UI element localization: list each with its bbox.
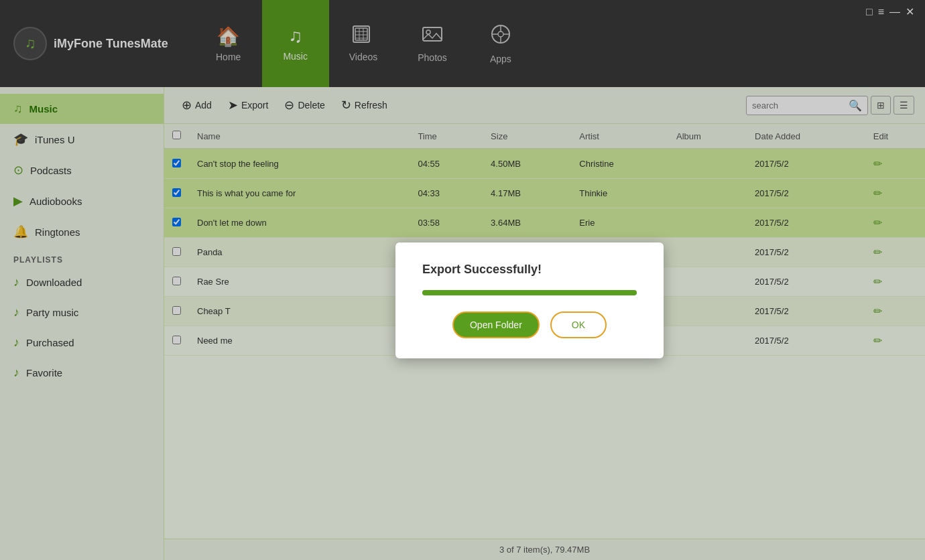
open-folder-button[interactable]: Open Folder — [452, 311, 540, 338]
titlebar-menu-btn[interactable]: ≡ — [878, 5, 884, 18]
titlebar-monitor-btn[interactable]: □ — [866, 5, 873, 18]
export-success-dialog: Export Successfully! Open Folder OK — [395, 242, 664, 358]
modal-overlay: Export Successfully! Open Folder OK — [0, 0, 925, 560]
ok-button[interactable]: OK — [550, 311, 607, 338]
titlebar-minimize-btn[interactable]: — — [889, 5, 900, 18]
modal-buttons: Open Folder OK — [422, 311, 637, 338]
progress-bar-fill — [422, 290, 637, 295]
titlebar-close-btn[interactable]: ✕ — [906, 5, 914, 18]
progress-bar-container — [422, 290, 637, 295]
titlebar: □ ≡ — ✕ — [866, 5, 914, 18]
modal-title: Export Successfully! — [422, 263, 637, 277]
